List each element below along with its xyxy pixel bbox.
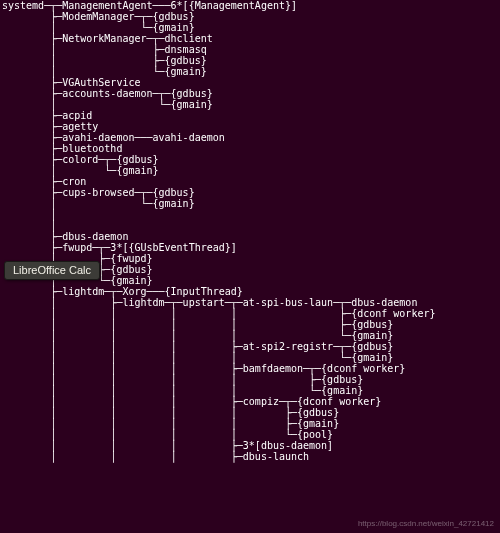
taskbar-tooltip-libreoffice-calc: LibreOffice Calc (4, 261, 100, 280)
pstree-output: systemd─┬─ManagementAgent───6*[{Manageme… (0, 0, 500, 462)
csdn-watermark: https://blog.csdn.net/weixin_42721412 (358, 518, 494, 529)
